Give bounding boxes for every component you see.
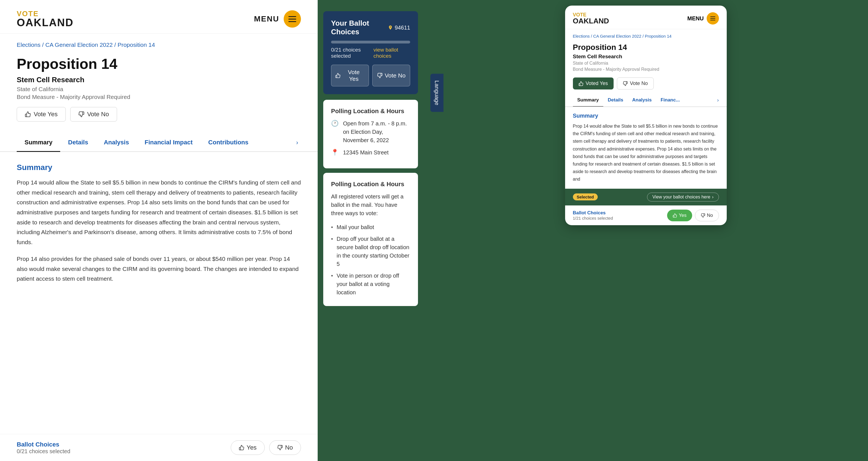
ballot-vote-no-label: Vote No bbox=[385, 72, 406, 79]
polling-section-2: Polling Location & Hours All registered … bbox=[323, 173, 418, 306]
ballot-vote-yes-label: Vote Yes bbox=[343, 69, 365, 82]
middle-panel: Your Ballot Choices 94611 0/21 choices s… bbox=[318, 0, 424, 461]
vote-buttons: Vote Yes Vote No bbox=[17, 107, 301, 122]
logo-vote: VOTE bbox=[17, 10, 73, 17]
mobile-ballot-choices: Ballot Choices 1/21 choices selected Yes… bbox=[565, 206, 727, 225]
mobile-tab-financial[interactable]: Financ... bbox=[656, 94, 684, 107]
mobile-voted-yes-label: Voted Yes bbox=[586, 81, 608, 86]
vote-no-label: Vote No bbox=[87, 111, 109, 118]
tab-financial-impact[interactable]: Financial Impact bbox=[137, 134, 200, 152]
mobile-prop-title: Proposition 14 bbox=[573, 43, 719, 52]
mobile-view-choices-button[interactable]: View your ballot choices here › bbox=[647, 193, 719, 202]
mobile-tab-details[interactable]: Details bbox=[603, 94, 628, 107]
polling-title-2: Polling Location & Hours bbox=[331, 181, 410, 188]
ballot-choices-count: 0/21 choices selected bbox=[17, 448, 70, 455]
mobile-view-choices-label: View your ballot choices here bbox=[652, 194, 710, 199]
mobile-menu-icon-line3 bbox=[710, 20, 715, 20]
ballot-card-header: Your Ballot Choices 94611 bbox=[331, 19, 410, 36]
mobile-thumbs-up-icon bbox=[579, 81, 584, 86]
mobile-no-label: No bbox=[707, 213, 713, 218]
tab-contributions[interactable]: Contributions bbox=[200, 134, 256, 152]
logo: VOTE OAKLAND bbox=[17, 10, 73, 28]
tab-summary[interactable]: Summary bbox=[17, 134, 60, 152]
mobile-voted-yes-button[interactable]: Voted Yes bbox=[573, 78, 614, 89]
mobile-bc-count: 1/21 choices selected bbox=[573, 216, 613, 220]
menu-button[interactable] bbox=[284, 10, 301, 28]
main-content: Summary Prop 14 would allow the State to… bbox=[0, 152, 318, 302]
mobile-tabs-chevron[interactable]: › bbox=[717, 97, 719, 103]
ballot-card-sub: 0/21 choices selected view ballot choice… bbox=[331, 47, 410, 59]
yes-thumbs-up-icon bbox=[239, 445, 244, 451]
mobile-prop-type: Bond Measure - Majority Approval Require… bbox=[573, 67, 719, 72]
breadcrumb-sep1: / bbox=[42, 41, 45, 48]
breadcrumb-prop[interactable]: Proposition 14 bbox=[118, 41, 155, 48]
polling-intro: All registered voters will get a ballot … bbox=[331, 192, 410, 217]
polling-section-1: Polling Location & Hours 🕐 Open from 7 a… bbox=[323, 100, 418, 168]
no-label: No bbox=[285, 444, 293, 451]
mobile-menu-label: MENU bbox=[687, 15, 704, 22]
mobile-prop-state: State of California bbox=[573, 61, 719, 66]
ballot-vote-buttons: Vote Yes Vote No bbox=[331, 65, 410, 86]
menu-label: MENU bbox=[254, 14, 279, 23]
mobile-menu-button[interactable] bbox=[707, 12, 719, 25]
summary-paragraph-2: Prop 14 also provides for the phased sal… bbox=[17, 254, 301, 284]
mobile-bc-label: Ballot Choices bbox=[573, 210, 613, 216]
tabs-chevron[interactable]: › bbox=[293, 134, 301, 151]
view-choices-link[interactable]: view ballot choices bbox=[373, 47, 410, 59]
ballot-thumbs-down-icon bbox=[377, 73, 382, 78]
mobile-no-button[interactable]: No bbox=[695, 210, 719, 221]
right-panel: VOTE OAKLAND MENU Elections / CA General… bbox=[424, 0, 868, 461]
ballot-vote-no-button[interactable]: Vote No bbox=[372, 65, 410, 86]
mobile-tab-analysis[interactable]: Analysis bbox=[628, 94, 656, 107]
menu-icon-line3 bbox=[288, 21, 296, 22]
selected-badge: Selected bbox=[573, 193, 598, 201]
menu-area: MENU bbox=[254, 10, 301, 28]
no-thumbs-down-icon bbox=[277, 445, 283, 451]
choices-selected: 0/21 choices selected bbox=[331, 47, 373, 59]
mobile-menu-icon-line2 bbox=[710, 18, 715, 19]
progress-bar-background bbox=[331, 41, 410, 43]
vote-yes-button[interactable]: Vote Yes bbox=[17, 107, 66, 122]
voting-option-3: Vote in person or drop off your ballot a… bbox=[331, 270, 410, 298]
mobile-logo: VOTE OAKLAND bbox=[573, 12, 609, 25]
no-button[interactable]: No bbox=[269, 440, 301, 455]
breadcrumb-elections[interactable]: Elections bbox=[17, 41, 40, 48]
tab-details[interactable]: Details bbox=[60, 134, 96, 152]
mobile-summary-text: Prop 14 would allow the State to sell $5… bbox=[573, 122, 719, 183]
summary-heading: Summary bbox=[17, 163, 301, 172]
yes-button[interactable]: Yes bbox=[231, 440, 265, 455]
polling-row-address: 📍 12345 Main Street bbox=[331, 148, 410, 157]
mobile-selected-label: Selected bbox=[573, 193, 598, 201]
vote-no-button[interactable]: Vote No bbox=[70, 107, 117, 122]
mobile-yes-button[interactable]: Yes bbox=[667, 210, 692, 221]
mobile-yn-buttons: Yes No bbox=[667, 210, 719, 221]
breadcrumb-election[interactable]: CA General Election 2022 bbox=[45, 41, 113, 48]
vote-yes-label: Vote Yes bbox=[34, 111, 58, 118]
polling-row-time: 🕐 Open from 7 a.m. - 8 p.m. on Election … bbox=[331, 119, 410, 144]
mobile-summary-heading: Summary bbox=[573, 113, 719, 119]
map-pin-icon: 📍 bbox=[331, 149, 339, 156]
thumbs-up-icon bbox=[25, 111, 31, 117]
ballot-card-title: Your Ballot Choices bbox=[331, 19, 388, 36]
tab-analysis[interactable]: Analysis bbox=[96, 134, 137, 152]
main-panel: VOTE OAKLAND MENU Elections / CA General… bbox=[0, 0, 318, 461]
mobile-logo-oakland: OAKLAND bbox=[573, 17, 609, 25]
prop-type: Bond Measure - Majority Approval Require… bbox=[17, 94, 301, 100]
mobile-vote-no-button[interactable]: Vote No bbox=[617, 78, 654, 89]
clock-icon: 🕐 bbox=[331, 120, 339, 127]
language-tab[interactable]: Language bbox=[431, 74, 444, 112]
ballot-vote-yes-button[interactable]: Vote Yes bbox=[331, 65, 369, 86]
mobile-view-choices-chevron: › bbox=[712, 194, 713, 199]
mobile-thumbs-down-icon bbox=[623, 81, 628, 86]
main-header: VOTE OAKLAND MENU bbox=[0, 0, 318, 34]
prop-subtitle: Stem Cell Research bbox=[17, 75, 301, 84]
prop-info: Proposition 14 Stem Cell Research State … bbox=[0, 51, 318, 128]
mobile-tab-summary[interactable]: Summary bbox=[573, 94, 603, 107]
menu-icon-line1 bbox=[288, 16, 296, 17]
voting-option-2: Drop off your ballot at a secure ballot … bbox=[331, 233, 410, 270]
voting-option-1: Mail your ballot bbox=[331, 221, 410, 233]
mobile-vote-no-label: Vote No bbox=[630, 81, 648, 86]
mobile-prop-subtitle: Stem Cell Research bbox=[573, 54, 719, 60]
ballot-choices-bar: Ballot Choices 0/21 choices selected Yes… bbox=[0, 434, 318, 461]
yes-label: Yes bbox=[247, 444, 257, 451]
